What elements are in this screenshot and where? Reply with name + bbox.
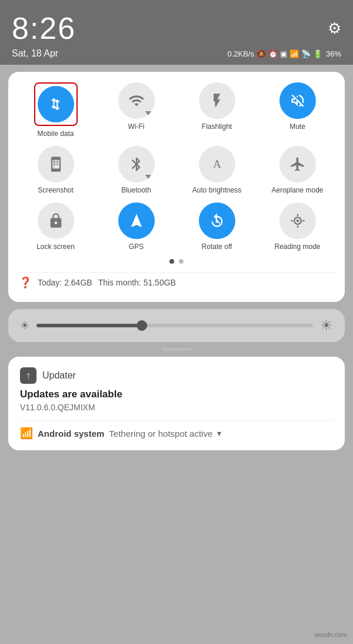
settings-icon[interactable]: ⚙: [328, 19, 341, 38]
bluetooth-icon: [128, 156, 145, 172]
speed-indicator: 0.2KB/s: [227, 49, 254, 58]
aeroplane-icon: [289, 156, 306, 172]
battery-icon: 🔋: [313, 49, 322, 58]
android-system-row[interactable]: 📶 Android system Tethering or hotspot ac…: [20, 427, 333, 440]
toggle-bluetooth[interactable]: Bluetooth: [98, 146, 174, 194]
svg-point-6: [296, 220, 299, 223]
android-system-label: Android system: [38, 429, 104, 439]
lock-screen-icon: [48, 213, 64, 229]
toggle-reading-mode[interactable]: Reading mode: [259, 203, 335, 251]
chevron-down-icon: ▾: [217, 429, 221, 438]
updater-title: Updater: [42, 370, 76, 381]
signal-icon: 📶: [289, 49, 299, 58]
updater-icon: ↑: [20, 367, 36, 384]
mute-label: Mute: [289, 122, 305, 131]
gps-circle: [118, 203, 155, 239]
mute-status-icon: 🔕: [257, 49, 266, 58]
wifi-label: Wi-Fi: [128, 122, 145, 131]
auto-brightness-label: Auto brightness: [192, 186, 241, 194]
watermark: wsxdn.com: [315, 631, 347, 638]
rotate-off-icon: [209, 213, 225, 229]
svg-text:A: A: [213, 158, 221, 170]
toggle-rotate-off[interactable]: Rotate off: [179, 203, 255, 251]
mobile-data-label: Mobile data: [37, 130, 74, 138]
screenshot-icon: [48, 156, 64, 172]
aeroplane-circle: [279, 146, 316, 182]
toggle-lock-screen[interactable]: Lock screen: [18, 203, 94, 251]
reading-mode-icon: [289, 213, 306, 229]
status-bar: 8:26 ⚙ Sat, 18 Apr 0.2KB/s 🔕 ⏰ ▣ 📶 📡 🔋 3…: [0, 0, 353, 65]
update-version-text: V11.0.6.0.QEJMIXM: [20, 403, 333, 412]
sim-icon: ▣: [280, 49, 287, 58]
bluetooth-label: Bluetooth: [121, 186, 151, 194]
toggle-screenshot[interactable]: Screenshot: [18, 146, 94, 194]
time-display: 8:26: [12, 11, 76, 46]
data-today: Today: 2.64GB: [38, 278, 92, 287]
alarm-icon: ⏰: [268, 49, 278, 58]
bluetooth-circle: [118, 146, 155, 182]
gps-label: GPS: [129, 243, 144, 251]
toggle-gps[interactable]: GPS: [98, 203, 174, 251]
wifi-icon: [128, 92, 145, 109]
pagination-dots: [18, 259, 335, 264]
toggle-flashlight[interactable]: Flashlight: [179, 82, 255, 138]
screenshot-circle: [38, 146, 74, 182]
toggle-auto-brightness[interactable]: A Auto brightness: [179, 146, 255, 194]
reading-mode-label: Reading mode: [274, 243, 320, 251]
flashlight-circle: [199, 82, 235, 119]
auto-brightness-icon: A: [209, 156, 225, 172]
updater-card: ↑ Updater Updates are available V11.0.6.…: [8, 357, 345, 450]
mobile-data-icon: [48, 96, 64, 112]
screenshot-label: Screenshot: [38, 186, 74, 194]
rotate-off-circle: [199, 203, 235, 239]
toggle-aeroplane[interactable]: Aeroplane mode: [259, 146, 335, 194]
toggle-mute[interactable]: Mute: [259, 82, 335, 138]
lock-screen-circle: [38, 203, 74, 239]
android-tethering-text: Tethering or hotspot active: [109, 429, 212, 439]
svg-rect-0: [52, 160, 60, 169]
dot-2: [179, 259, 184, 264]
mute-circle: [279, 82, 316, 119]
wifi-circle: [118, 82, 155, 119]
gps-icon: [128, 213, 145, 229]
brightness-low-icon: ☀: [20, 319, 29, 332]
wifi-status-icon: 📡: [301, 49, 311, 58]
updater-header: ↑ Updater: [20, 367, 333, 384]
bluetooth-arrow: [145, 175, 151, 179]
update-available-text: Updates are available: [20, 389, 333, 400]
reading-mode-circle: [279, 203, 316, 239]
flashlight-icon: [209, 92, 225, 109]
auto-brightness-circle: A: [199, 146, 235, 182]
aeroplane-label: Aeroplane mode: [271, 186, 323, 194]
brightness-slider[interactable]: [36, 324, 313, 327]
rotate-off-label: Rotate off: [202, 243, 232, 251]
mobile-data-circle: [38, 86, 74, 122]
dot-1: [169, 259, 174, 264]
toggle-mobile-data[interactable]: Mobile data: [18, 82, 94, 138]
drag-handle: [162, 348, 191, 351]
data-usage-icon: ❓: [19, 276, 32, 289]
wifi-arrow: [145, 111, 151, 115]
brightness-bar: ☀ ☀: [8, 309, 345, 342]
battery-level: 36%: [326, 49, 341, 58]
data-usage: ❓ Today: 2.64GB This month: 51.50GB: [18, 272, 335, 293]
toggle-grid: Mobile data Wi-Fi Flashlight: [18, 82, 335, 251]
brightness-high-icon: ☀: [320, 317, 333, 334]
flashlight-label: Flashlight: [202, 122, 232, 131]
toggle-wifi[interactable]: Wi-Fi: [98, 82, 174, 138]
lock-screen-label: Lock screen: [36, 243, 75, 251]
android-wifi-icon: 📶: [20, 427, 33, 440]
card-divider: [20, 420, 333, 421]
status-icons-group: 0.2KB/s 🔕 ⏰ ▣ 📶 📡 🔋 36%: [227, 49, 341, 58]
mute-icon: [289, 92, 306, 109]
date-display: Sat, 18 Apr: [12, 48, 58, 59]
brightness-thumb: [136, 320, 147, 331]
data-month: This month: 51.50GB: [98, 278, 176, 287]
quick-settings-panel: Mobile data Wi-Fi Flashlight: [8, 72, 345, 302]
